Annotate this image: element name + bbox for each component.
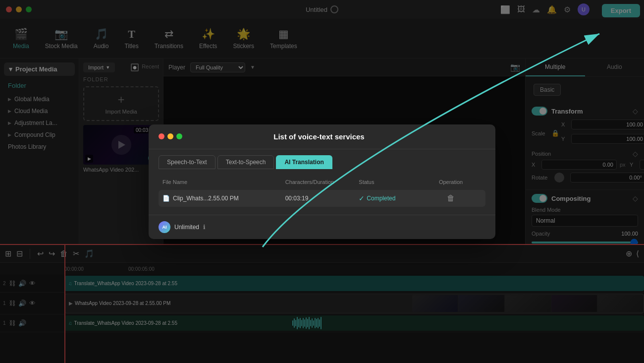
table-row: 📄 Clip_Whats...2.55.00 PM 00:03:19 ✓ Com… — [159, 190, 485, 207]
modal-footer: AI Unlimited ℹ — [149, 215, 495, 239]
modal-minimize[interactable] — [167, 133, 173, 139]
unlimited-text: Unlimited — [174, 224, 199, 231]
tab-ai-translation[interactable]: AI Translation — [276, 155, 332, 169]
modal-maximize[interactable] — [176, 133, 182, 139]
modal-title: List of voice-text services — [273, 132, 364, 141]
file-name: Clip_Whats...2.55.00 PM — [173, 195, 239, 202]
table-header: File Name Characters/Duration Status Ope… — [159, 177, 485, 187]
modal-close[interactable] — [159, 133, 164, 139]
col-operation: Operation — [420, 179, 482, 185]
modal-body: File Name Characters/Duration Status Ope… — [149, 169, 495, 215]
col-status: Status — [359, 179, 420, 185]
duration-cell: 00:03:19 — [285, 195, 359, 202]
ai-label: AI — [162, 225, 167, 230]
modal-overlay[interactable]: List of voice-text services Speech-to-Te… — [0, 0, 644, 363]
tab-text-to-speech[interactable]: Text-to-Speech — [217, 155, 274, 169]
tab-speech-to-text[interactable]: Speech-to-Text — [159, 155, 215, 169]
ai-icon: AI — [159, 221, 170, 233]
col-duration: Characters/Duration — [285, 179, 359, 185]
status-text: Completed — [367, 195, 395, 202]
status-cell: ✓ Completed — [359, 194, 420, 202]
info-icon[interactable]: ℹ — [203, 224, 206, 231]
col-filename: File Name — [162, 179, 285, 185]
modal: List of voice-text services Speech-to-Te… — [149, 124, 495, 239]
modal-tabs: Speech-to-Text Text-to-Speech AI Transla… — [149, 149, 495, 169]
file-icon: 📄 — [162, 195, 170, 202]
file-name-cell: 📄 Clip_Whats...2.55.00 PM — [162, 195, 285, 202]
delete-button[interactable]: 🗑 — [447, 194, 455, 203]
modal-traffic-lights — [159, 133, 182, 139]
modal-header: List of voice-text services — [149, 124, 495, 149]
check-icon: ✓ — [359, 194, 365, 202]
